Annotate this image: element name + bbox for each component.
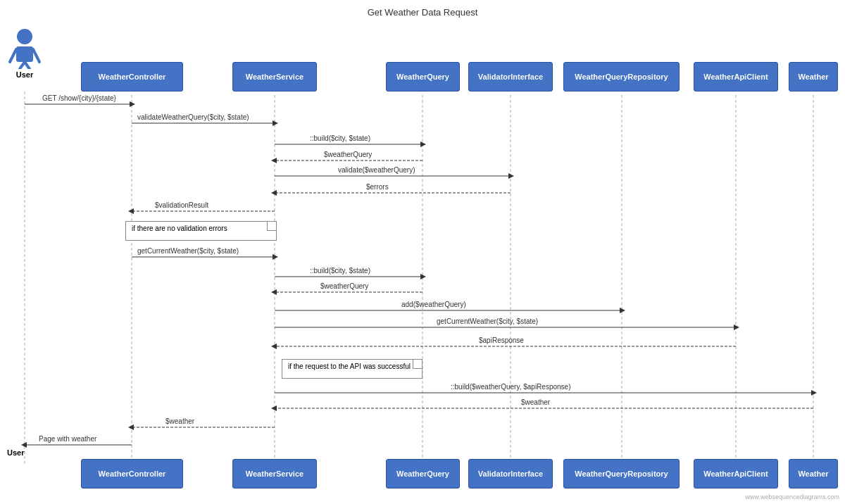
svg-marker-15 <box>420 141 426 147</box>
svg-marker-39 <box>620 308 625 313</box>
diagram-title: Get Weather Data Request <box>0 0 845 18</box>
svg-marker-42 <box>734 325 739 330</box>
user-figure-bottom: User <box>7 447 24 457</box>
svg-text:getCurrentWeather($city, $stat: getCurrentWeather($city, $state) <box>137 247 239 255</box>
svg-text:::build($city, $state): ::build($city, $state) <box>310 134 370 142</box>
svg-marker-36 <box>271 289 277 295</box>
lifeline-wc-top: WeatherController <box>81 62 183 92</box>
svg-line-64 <box>25 62 30 69</box>
user-label-bottom: User <box>7 448 24 457</box>
note-api-success: if the request to the API was successful <box>282 359 423 379</box>
svg-marker-51 <box>271 405 277 411</box>
svg-rect-60 <box>16 46 33 62</box>
lifeline-wqr-bottom: WeatherQueryRepository <box>563 459 680 489</box>
lifeline-ws-top: WeatherService <box>232 62 317 92</box>
lifeline-wc-bottom: WeatherController <box>81 459 183 489</box>
lifeline-w-bottom: Weather <box>789 459 838 489</box>
lifeline-wq-top: WeatherQuery <box>386 62 460 92</box>
lifeline-vi-bottom: ValidatorInterface <box>468 459 553 489</box>
svg-marker-54 <box>128 424 134 430</box>
lifeline-wac-top: WeatherApiClient <box>694 62 778 92</box>
svg-marker-48 <box>811 390 817 396</box>
svg-text:validateWeatherQuery($city, $s: validateWeatherQuery($city, $state) <box>137 113 249 121</box>
svg-text:validate($weatherQuery): validate($weatherQuery) <box>338 166 415 174</box>
svg-text:$weather: $weather <box>521 398 551 406</box>
svg-text:::build($city, $state): ::build($city, $state) <box>310 267 370 275</box>
svg-text:add($weatherQuery): add($weatherQuery) <box>401 301 466 308</box>
svg-text:$weatherQuery: $weatherQuery <box>320 282 368 290</box>
svg-marker-21 <box>508 173 514 179</box>
lifeline-wq-bottom: WeatherQuery <box>386 459 460 489</box>
svg-marker-9 <box>130 101 135 107</box>
lifeline-wqr-top: WeatherQueryRepository <box>563 62 680 92</box>
user-figure-top: User <box>7 27 42 79</box>
svg-text:$errors: $errors <box>366 183 389 191</box>
svg-marker-18 <box>271 158 277 163</box>
lifeline-vi-top: ValidatorInterface <box>468 62 553 92</box>
lifeline-ws-bottom: WeatherService <box>232 459 317 489</box>
svg-marker-12 <box>273 120 278 126</box>
svg-text:GET /show/{city}/{state}: GET /show/{city}/{state} <box>42 94 117 102</box>
svg-text:$validationResult: $validationResult <box>155 201 208 209</box>
watermark: www.websequencediagrams.com <box>745 493 839 500</box>
lifeline-w-top: Weather <box>789 62 838 92</box>
svg-text:getCurrentWeather($city, $stat: getCurrentWeather($city, $state) <box>437 317 538 325</box>
svg-point-59 <box>17 29 32 44</box>
svg-text:$weather: $weather <box>165 417 195 425</box>
svg-marker-24 <box>271 190 277 196</box>
lifeline-wac-bottom: WeatherApiClient <box>694 459 778 489</box>
diagram-container: Get Weather Data Request GET /show/{city… <box>0 0 845 504</box>
note-validation: if there are no validation errors <box>125 221 277 241</box>
svg-text:Page with weather: Page with weather <box>39 435 97 443</box>
svg-text:$apiResponse: $apiResponse <box>479 336 524 344</box>
svg-text:::build($weatherQuery, $apiRes: ::build($weatherQuery, $apiResponse) <box>451 383 570 391</box>
svg-marker-27 <box>128 208 134 214</box>
svg-line-62 <box>33 49 39 62</box>
svg-text:$weatherQuery: $weatherQuery <box>324 151 372 158</box>
svg-marker-45 <box>271 344 277 349</box>
user-label-top: User <box>7 70 42 79</box>
svg-line-61 <box>10 49 16 62</box>
svg-marker-33 <box>420 274 426 279</box>
svg-marker-30 <box>273 254 278 260</box>
